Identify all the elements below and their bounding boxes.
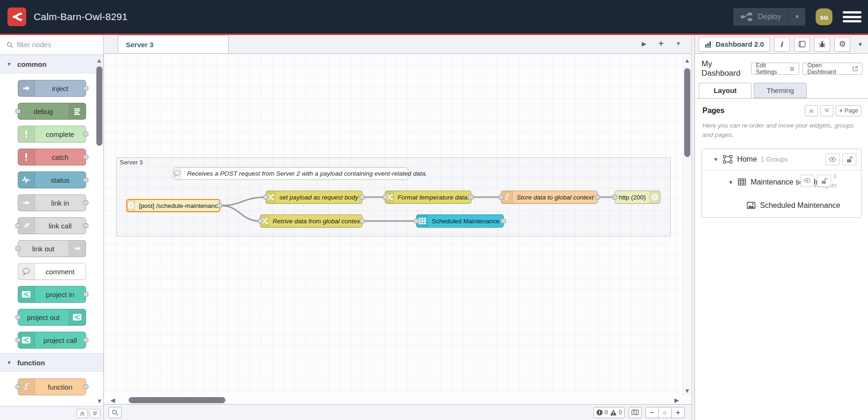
input-port[interactable] [15,109,21,114]
output-port[interactable] [469,195,474,199]
open-dashboard-button[interactable]: Open Dashboard [803,63,862,75]
flow-node-change-set-payload[interactable]: set payload as request body [266,191,362,204]
output-port[interactable] [360,195,365,199]
palette-node-catch[interactable]: catch [18,149,86,165]
flow-node-http-in[interactable]: [post] /schedule-maintenance [126,199,220,212]
palette-scroll-area[interactable]: ▼ common inject debug complete [0,55,103,406]
flow-node-function-store-data[interactable]: f Store data to global context [501,191,598,204]
palette-node-project-out[interactable]: project out [18,309,86,326]
flow-node-http-response[interactable]: http (200) [615,191,660,204]
output-port[interactable] [501,219,506,223]
config-tab-button[interactable]: ⚙ [834,37,850,52]
palette-node-inject[interactable]: inject [18,80,86,97]
output-port[interactable] [83,384,88,389]
input-port[interactable] [414,219,419,223]
input-port[interactable] [15,338,21,342]
output-port[interactable] [217,203,222,208]
tree-row-page-home[interactable]: ▼ Home 1 Groups [702,149,861,171]
palette-node-project-call[interactable]: project call [18,332,86,349]
scroll-up-icon[interactable]: ▲ [684,57,690,64]
flow-node-change-format-temperature[interactable]: Format temperature data. [385,191,471,204]
palette-category-common[interactable]: ▼ common [0,55,103,73]
unlock-button[interactable] [817,175,831,187]
output-port[interactable] [83,132,88,136]
move-down-button[interactable] [820,105,833,116]
output-port[interactable] [83,86,88,91]
canvas-hscroll-thumb[interactable] [129,397,225,403]
add-flow-button[interactable]: + [658,38,664,49]
navigator-toggle-button[interactable] [629,407,642,418]
deploy-button[interactable]: Deploy ▼ [733,8,805,26]
palette-node-comment[interactable]: comment [18,263,86,280]
output-port[interactable] [83,292,88,297]
canvas-vscroll-thumb[interactable] [684,68,690,157]
collapse-all-button[interactable] [77,409,88,418]
tab-layout[interactable]: Layout [699,83,752,98]
flow-node-change-retrive-data[interactable]: Retrive data from global context [260,214,362,228]
input-port[interactable] [263,195,268,199]
output-port[interactable] [360,219,365,223]
palette-node-function[interactable]: f function [18,378,86,395]
output-port[interactable] [83,223,88,228]
debug-tab-button[interactable] [814,37,830,52]
palette-category-function[interactable]: ▼ function [0,353,103,372]
zoom-reset-button[interactable]: ○ [658,407,672,418]
palette-node-status[interactable]: status [18,171,86,188]
chevron-down-icon[interactable]: ▼ [728,179,733,185]
palette-node-link-call[interactable]: link call [18,217,86,234]
edit-settings-button[interactable]: Edit Settings ⚙ [751,63,799,75]
tab-server-3[interactable]: Server 3 [118,35,229,53]
visibility-button[interactable] [825,153,839,165]
help-tab-button[interactable] [794,37,810,52]
palette-node-debug[interactable]: debug [18,103,86,120]
zoom-out-button[interactable]: − [645,407,658,418]
move-up-button[interactable] [805,105,818,116]
flow-list-button[interactable]: ▼ [676,41,681,46]
input-port[interactable] [258,219,263,223]
palette-node-project-in[interactable]: project in [18,286,86,303]
input-port[interactable] [15,246,21,251]
canvas-horizontal-scrollbar[interactable]: ◀ ▶ [104,396,691,404]
chevron-down-icon[interactable]: ▼ [713,157,718,162]
output-port[interactable] [595,195,600,199]
output-port[interactable] [83,155,88,159]
tab-scroll-right-button[interactable]: ▶ [642,40,646,47]
scroll-down-icon[interactable]: ▼ [684,388,690,394]
palette-filter[interactable]: filter nodes [0,35,103,55]
input-port[interactable] [15,315,21,320]
canvas-vertical-scrollbar[interactable]: ▲ ▼ [683,54,691,396]
visibility-button[interactable] [800,175,814,187]
scroll-up-icon[interactable]: ▲ [96,57,102,64]
zoom-in-button[interactable]: + [672,407,685,418]
output-port[interactable] [83,178,88,182]
input-port[interactable] [612,195,617,199]
output-port[interactable] [83,338,88,342]
sidebar-divider[interactable] [691,35,695,420]
notifications-status[interactable]: 0 0 [593,407,625,418]
info-tab-button[interactable]: i [774,37,790,52]
flow-canvas[interactable]: Server 3 Receives a POST request from Se… [104,54,691,396]
scroll-down-icon[interactable]: ▼ [96,398,102,404]
palette-node-link-in[interactable]: link in [18,194,86,211]
expand-all-button[interactable] [89,409,101,418]
scroll-left-icon[interactable]: ◀ [110,397,115,403]
input-port[interactable] [383,195,388,199]
add-page-button[interactable]: +Page [836,105,861,116]
scroll-right-icon[interactable]: ▶ [674,397,679,403]
input-port[interactable] [15,223,21,228]
unlock-button[interactable] [842,153,856,165]
input-port[interactable] [499,195,504,199]
deploy-caret-button[interactable]: ▼ [788,8,805,26]
flow-node-comment[interactable]: Receives a POST request from Server 2 wi… [173,167,408,180]
tab-theming[interactable]: Theming [754,83,807,98]
canvas-search-button[interactable] [108,407,122,418]
palette-node-complete[interactable]: complete [18,126,86,142]
user-avatar[interactable]: su [816,8,832,25]
palette-node-link-out[interactable]: link out [18,240,86,257]
sidebar-menu-caret[interactable]: ▼ [857,41,863,48]
palette-scrollbar-thumb[interactable] [96,66,102,146]
output-port[interactable] [83,200,88,205]
tree-row-widget-scheduled-maintenance[interactable]: Scheduled Maintenance [702,194,861,217]
input-port[interactable] [15,384,21,389]
flow-node-ui-table[interactable]: Scheduled Maintenance [416,214,504,228]
